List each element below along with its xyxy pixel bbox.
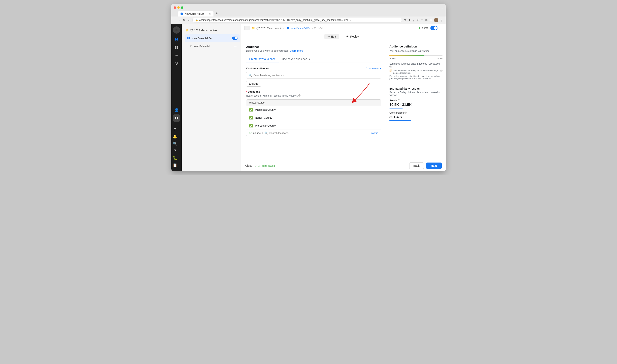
create-new-audience-button[interactable]: Create new ▾ <box>366 67 381 70</box>
daily-subtitle: Based on 7-day click and 1-day view conv… <box>389 91 443 97</box>
sidebar-toggle-button[interactable]: ☰ <box>245 26 250 30</box>
download-icon[interactable]: ⬇ <box>408 18 411 22</box>
conversions-label: Conversions ⓘ <box>389 111 443 114</box>
data-icon[interactable]: 📋 <box>171 162 179 169</box>
close-window-btn[interactable] <box>174 6 176 9</box>
svg-rect-0 <box>187 37 189 38</box>
estimated-audience-label: Estimated audience size: 2,200,000 - 2,6… <box>389 62 443 68</box>
adset-more-btn[interactable]: ··· <box>227 36 231 40</box>
breadcrumb: 📁 Q2 2023 Mass counties › New Sales Ad S… <box>252 27 417 30</box>
specific-label: Specific <box>389 57 397 60</box>
browser-toolbar-icons: G ⬇ ↑ ☆ ⊡ ⧉ ▭ ⋮ <box>404 18 443 22</box>
bug-icon[interactable]: 🐛 <box>171 154 179 162</box>
address-bar[interactable]: 🔒 adsmanager.facebook.com/adsmanager/man… <box>192 18 402 23</box>
extensions-icon[interactable]: ⧉ <box>425 18 428 22</box>
worcester-county-item: ✅ Worcester County <box>246 122 381 130</box>
use-saved-audience-tab[interactable]: Use saved audience ▾ <box>279 55 313 63</box>
middlesex-county-item: ✅ Middlesex County <box>246 106 381 114</box>
campaign-item[interactable]: 📁 Q2 2023 Mass counties ··· <box>183 26 240 34</box>
ad-more-btn[interactable]: ··· <box>233 44 237 48</box>
breadcrumb-adset: New Sales Ad Set <box>287 27 311 30</box>
include-shield-icon: 🛡 <box>249 131 252 134</box>
svg-rect-4 <box>287 27 288 28</box>
sidebar-icons-panel: ✕ ✏ ⏱ 👤 ⚙ 🔔 🔍 ? 🐛 📋 <box>171 24 182 171</box>
nav-grid-icon[interactable] <box>173 115 180 122</box>
share-icon[interactable]: ↑ <box>412 18 415 22</box>
search-nav-icon[interactable]: 🔍 <box>171 140 179 147</box>
include-button[interactable]: 🛡 Include ▾ <box>249 131 263 134</box>
tab-close-icon[interactable]: ✕ <box>209 13 211 15</box>
browser-home-icon[interactable]: ⌂ <box>187 18 191 22</box>
toolbar-more-button[interactable]: ··· <box>439 26 443 30</box>
ad-label: New Sales Ad <box>193 45 232 48</box>
breadcrumb-ad: □ 1 Ad <box>314 27 323 30</box>
browser-menu-icon[interactable]: ⋮ <box>439 18 443 22</box>
adset-item[interactable]: New Sales Ad Set ··· <box>185 34 240 42</box>
campaign-actions: ··· <box>233 28 237 32</box>
user-avatar[interactable] <box>434 18 438 22</box>
active-browser-tab[interactable]: New Sales Ad Set ✕ <box>178 11 213 16</box>
include-dropdown-icon: ▾ <box>262 131 263 134</box>
exclude-button[interactable]: Exclude <box>246 81 261 87</box>
adset-status-toggle[interactable] <box>430 26 437 30</box>
bottom-bar: Close ✓ All edits saved Back Next <box>241 160 446 171</box>
cast-icon[interactable]: ▭ <box>429 18 433 22</box>
adset-icon <box>187 37 190 40</box>
reach-value: 10.5K - 31.5K <box>389 103 443 107</box>
back-button[interactable]: Back <box>409 162 424 169</box>
search-audiences-input[interactable] <box>253 74 379 77</box>
form-panel: Audience Define who you want to see your… <box>241 41 386 160</box>
campaign-more-btn[interactable]: ··· <box>233 28 237 32</box>
browser-back-icon[interactable]: ‹ <box>174 18 176 22</box>
browser-refresh-icon[interactable]: ↻ <box>182 18 186 22</box>
sidebar-close-button[interactable]: ✕ <box>173 26 180 34</box>
notifications-icon[interactable]: 🔔 <box>171 133 179 140</box>
main-content: ☰ 📁 Q2 2023 Mass counties › New Sales Ad… <box>241 24 446 171</box>
worcester-county-label: Worcester County <box>255 124 276 127</box>
ad-item[interactable]: □ New Sales Ad ··· <box>188 42 240 50</box>
adset-toggle[interactable] <box>232 37 237 40</box>
conversions-value: 301-497 <box>389 115 443 119</box>
audience-selection-text: Your audience selection is fairly broad. <box>389 50 443 52</box>
status-dot <box>419 27 420 29</box>
campaign-icon: 📁 <box>185 29 188 32</box>
browser-forward-icon[interactable]: › <box>178 18 181 22</box>
worcester-check-icon: ✅ <box>249 124 253 128</box>
locations-info-icon: ⓘ <box>298 94 301 97</box>
google-icon[interactable]: G <box>404 18 407 22</box>
minimize-window-btn[interactable] <box>177 6 180 9</box>
svg-rect-1 <box>189 37 190 38</box>
next-button[interactable]: Next <box>426 163 442 169</box>
nav-person-icon[interactable]: 👤 <box>173 106 180 114</box>
close-button[interactable]: Close <box>245 164 252 167</box>
locations-section: * Locations Reach people living in or re… <box>246 90 381 136</box>
sidebar-panel: Audience definition Your audience select… <box>386 41 446 160</box>
nav-edit-icon[interactable]: ✏ <box>173 52 180 59</box>
browser-titlebar: ⌄ New Sales Ad Set ✕ + <box>171 4 446 16</box>
criteria-info-icon: ⓘ <box>440 69 443 72</box>
norfolk-county-item: ✅ Norfolk County <box>246 114 381 122</box>
maximize-window-btn[interactable] <box>181 6 183 9</box>
bookmark-icon[interactable]: ☆ <box>416 18 419 22</box>
new-tab-button[interactable]: + <box>214 11 219 16</box>
nav-clock-icon[interactable]: ⏱ <box>173 60 180 67</box>
breadcrumb-campaign: 📁 Q2 2023 Mass counties <box>252 27 283 30</box>
locations-hint: Reach people living in or recently in th… <box>246 94 381 97</box>
search-locations-input[interactable] <box>269 131 368 134</box>
reach-label: Reach ⓘ <box>389 99 443 102</box>
search-audiences-icon: 🔍 <box>249 74 252 77</box>
review-tab-button[interactable]: 👁 Review <box>343 34 363 39</box>
create-new-audience-tab[interactable]: Create new audience <box>246 55 279 63</box>
edit-tab-button[interactable]: ✏ Edit <box>324 34 339 39</box>
breadcrumb-sep-2: › <box>313 27 313 29</box>
nav-campaigns-icon[interactable] <box>173 44 180 51</box>
browse-button[interactable]: Browse <box>370 131 378 134</box>
help-icon[interactable]: ? <box>171 147 179 154</box>
top-toolbar: ☰ 📁 Q2 2023 Mass counties › New Sales Ad… <box>241 24 446 32</box>
tab-favicon <box>181 13 183 15</box>
settings-icon[interactable]: ⚙ <box>171 126 179 133</box>
screenshot-icon[interactable]: ⊡ <box>420 18 424 22</box>
middlesex-county-label: Middlesex County <box>255 108 276 111</box>
learn-more-link[interactable]: Learn more <box>290 49 303 52</box>
norfolk-county-label: Norfolk County <box>255 116 272 119</box>
